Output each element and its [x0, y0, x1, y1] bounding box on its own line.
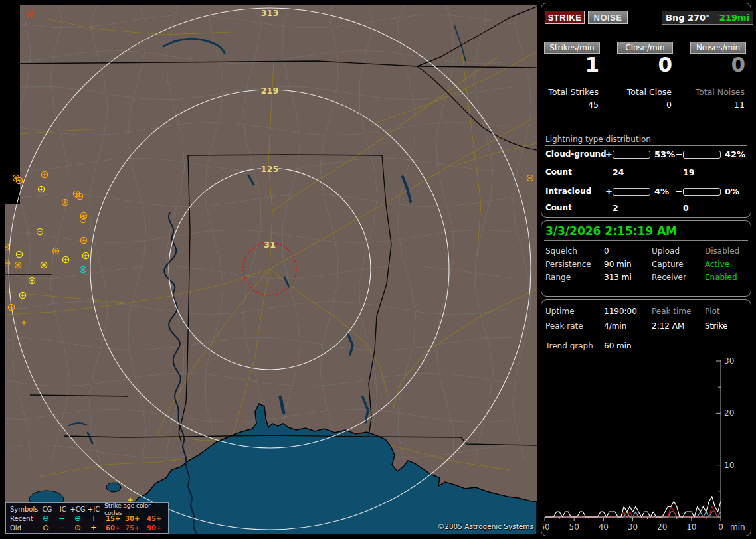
- age-15: 15+: [102, 515, 124, 522]
- close-per-min-value: 0: [658, 52, 672, 76]
- close-column: Close/min 0 Total Close 0: [617, 3, 673, 113]
- squelch-value: 0: [604, 246, 609, 256]
- svg-text:0: 0: [718, 522, 723, 532]
- ic-negative-pct: 0%: [725, 187, 739, 196]
- persistence-value: 90 min: [604, 260, 632, 269]
- trend-graph: 6050403020100102030min: [543, 353, 753, 535]
- age-90: 90+: [145, 524, 167, 532]
- cloud-ground-row: Cloud-ground + 53% − 42%: [541, 149, 751, 161]
- svg-text:min: min: [730, 522, 745, 532]
- svg-text:40: 40: [599, 522, 609, 532]
- range-value: 313 mi: [604, 273, 632, 282]
- uptime-row: Uptime 1190:00 Peak time Plot: [541, 307, 751, 319]
- persistence-label: Persistence: [545, 260, 591, 269]
- peak-rate-value: 4/min: [604, 321, 626, 331]
- cg-positive-pct: 53%: [654, 149, 675, 159]
- svg-text:50: 50: [569, 522, 579, 532]
- neg-cg-old-icon: ⊖: [38, 524, 54, 532]
- cg-negative-pct: 42%: [725, 149, 745, 159]
- peak-time-value: 2:12 AM: [652, 321, 684, 331]
- count-label: Count: [545, 167, 572, 177]
- legend-col-pic: +IC: [86, 506, 102, 513]
- trend-box: Uptime 1190:00 Peak time Plot Peak rate …: [541, 299, 751, 536]
- ic-negative-bar: [683, 188, 721, 196]
- map-canvas: 313 219 125 31: [5, 5, 537, 534]
- datetime-divider: [544, 240, 748, 241]
- peak-rate-label: Peak rate: [545, 321, 583, 331]
- noises-column: Noises/min 0 Total Noises 11: [690, 3, 746, 113]
- plus-sign: +: [605, 149, 613, 159]
- stats-panel: STRIKE NOISE Bng 270° 219mi Strikes/min …: [539, 0, 756, 539]
- total-noises-value: 11: [734, 100, 745, 110]
- neg-ic-recent-icon: −: [54, 514, 70, 522]
- peak-time-header: Peak time: [652, 307, 691, 316]
- svg-text:10: 10: [686, 522, 696, 532]
- trend-graph-period: 60 min: [604, 341, 632, 350]
- cg-negative-bar: [683, 151, 721, 159]
- legend-recent-label: Recent: [6, 515, 38, 522]
- age-30: 30+: [124, 515, 145, 522]
- strike-stats-box: STRIKE NOISE Bng 270° 219mi Strikes/min …: [541, 3, 751, 218]
- squelch-label: Squelch: [545, 246, 577, 256]
- total-strikes-label: Total Strikes: [548, 87, 599, 97]
- intracloud-row: Intracloud + 4% − 0%: [541, 187, 751, 198]
- cg-positive-bar: [613, 151, 650, 159]
- uptime-value: 1190:00: [604, 307, 637, 316]
- status-row: Squelch 0 Upload Disabled: [541, 246, 751, 258]
- lightning-map[interactable]: 313 219 125 31 Symbols -CG -IC +CG +IC S…: [5, 5, 537, 534]
- svg-text:10: 10: [724, 461, 734, 470]
- svg-text:30: 30: [724, 356, 734, 366]
- age-75: 75+: [124, 524, 145, 532]
- trend-axes: [545, 360, 721, 517]
- receiver-label: Receiver: [652, 273, 686, 282]
- trend-graph-label: Trend graph: [545, 341, 593, 350]
- neg-cg-recent-icon: ⊖: [38, 514, 54, 522]
- pos-cg-recent-icon: ⊕: [70, 514, 86, 522]
- total-close-label: Total Close: [627, 87, 672, 97]
- total-close-value: 0: [666, 100, 672, 110]
- legend-recent-row: Recent ⊖ − ⊕ + 15+ 30+ 45+: [6, 514, 168, 523]
- svg-text:30: 30: [628, 522, 638, 532]
- distribution-title: Lightning type distribution: [545, 135, 651, 144]
- status-box: 3/3/2026 2:15:19 AM Squelch 0 Upload Dis…: [541, 220, 751, 297]
- uptime-label: Uptime: [545, 307, 575, 316]
- ring-label-31: 31: [264, 240, 276, 250]
- plot-value: Strike: [705, 321, 728, 331]
- legend-col-nic: -IC: [54, 506, 70, 513]
- copyright-text: ©2005 Astrogenic Systems: [438, 522, 533, 530]
- pos-ic-old-icon: +: [86, 524, 102, 532]
- ic-negative-count: 0: [683, 203, 689, 213]
- strikes-per-min-value: 1: [585, 52, 599, 76]
- cloud-ground-count-row: Count 24 19: [541, 167, 751, 179]
- plus-sign: +: [605, 187, 613, 196]
- distribution-divider: [545, 145, 747, 146]
- upload-label: Upload: [652, 246, 680, 256]
- trend-ticks: [545, 361, 721, 521]
- ring-label-219: 219: [260, 86, 278, 96]
- noises-per-min-value: 0: [731, 52, 745, 76]
- trend-traces: [545, 497, 721, 517]
- map-legend: Symbols -CG -IC +CG +IC Strike age color…: [5, 502, 169, 534]
- ic-positive-count: 2: [613, 203, 618, 213]
- legend-symbols-header: Symbols: [6, 506, 38, 513]
- plot-header: Plot: [705, 307, 720, 316]
- legend-header-row: Symbols -CG -IC +CG +IC Strike age color…: [6, 504, 168, 514]
- cloud-ground-label: Cloud-ground: [545, 149, 607, 159]
- pos-cg-old-icon: ⊕: [70, 524, 86, 532]
- total-noises-label: Total Noises: [696, 87, 745, 97]
- cg-positive-count: 24: [613, 167, 624, 177]
- legend-col-ncg: -CG: [38, 506, 54, 513]
- peak-rate-row: Peak rate 4/min 2:12 AM Strike: [541, 321, 751, 333]
- receiver-status: Enabled: [705, 273, 737, 282]
- range-label: Range: [545, 273, 571, 282]
- pos-ic-recent-icon: +: [86, 514, 102, 522]
- total-strikes-value: 45: [588, 100, 599, 110]
- legend-old-label: Old: [6, 524, 38, 532]
- age-45: 45+: [145, 515, 167, 522]
- trend-graph-row: Trend graph 60 min: [541, 341, 751, 353]
- ic-positive-pct: 4%: [654, 187, 669, 196]
- status-row: Range 313 mi Receiver Enabled: [541, 273, 751, 285]
- ring-label-313: 313: [260, 8, 278, 18]
- intracloud-label: Intracloud: [545, 187, 591, 196]
- minus-sign: −: [676, 149, 683, 159]
